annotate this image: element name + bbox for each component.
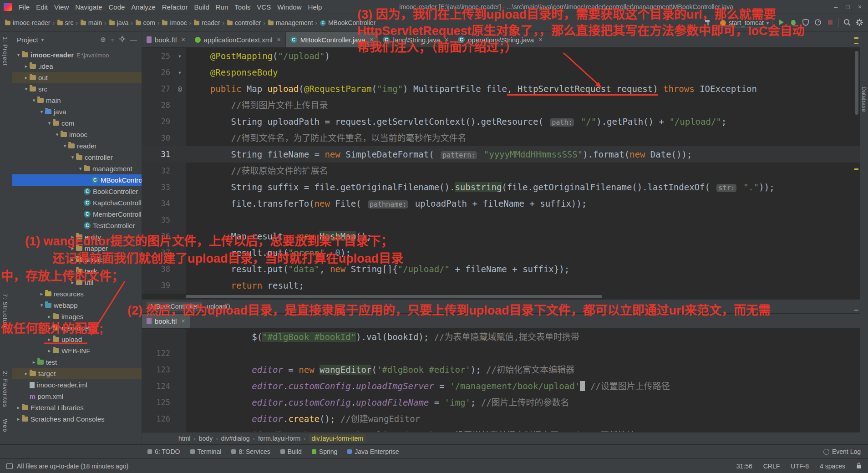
tab-applicationcontext-xml[interactable]: applicationContext.xml× bbox=[190, 32, 286, 47]
chevron-down-icon[interactable]: ▾ bbox=[46, 120, 53, 126]
tree-item-out[interactable]: ▸out bbox=[12, 72, 142, 83]
chevron-down-icon[interactable]: ▾ bbox=[30, 97, 37, 103]
scrollbar-thumb[interactable] bbox=[186, 295, 602, 298]
breadcrumb-item-reader[interactable]: reader bbox=[193, 19, 220, 26]
tab-operations-string-java[interactable]: Coperations\String.java× bbox=[453, 32, 547, 47]
code-line[interactable]: 35 bbox=[142, 212, 860, 228]
breadcrumb-item-main[interactable]: main bbox=[80, 19, 102, 26]
toolwindow-8-services-button[interactable]: 8: Services bbox=[227, 447, 274, 456]
tree-item-java[interactable]: ▾java bbox=[12, 106, 142, 117]
breadcrumb-item-imooc-reader[interactable]: imooc-reader bbox=[5, 19, 50, 26]
chevron-down-icon[interactable]: ▾ bbox=[38, 302, 45, 308]
menu-item-code[interactable]: Code bbox=[105, 2, 128, 12]
code-line[interactable]: 36 Map result = new HashMap(); bbox=[142, 228, 860, 244]
menu-item-vcs[interactable]: VCS bbox=[254, 2, 274, 12]
toolwindow-java-enterprise-button[interactable]: Java Enterprise bbox=[343, 447, 403, 456]
error-stripe-mark[interactable] bbox=[854, 43, 858, 44]
tree-item-mapper[interactable]: ▸mapper bbox=[12, 243, 142, 254]
code-line[interactable]: 27@ public Map upload(@RequestParam("img… bbox=[142, 81, 860, 97]
toolwindow-switcher-icon[interactable] bbox=[6, 463, 13, 469]
error-stripe-mark[interactable] bbox=[854, 37, 858, 39]
toolwindow-6-todo-button[interactable]: 6: TODO bbox=[143, 447, 184, 456]
chevron-right-icon[interactable]: ▸ bbox=[46, 325, 53, 331]
tree-item-task[interactable]: ▸task bbox=[12, 265, 142, 277]
code-line[interactable]: 33 String suffix = file.getOriginalFilen… bbox=[142, 179, 860, 195]
tab-lang-string-java[interactable]: Clang\String.java× bbox=[378, 32, 453, 47]
code-line[interactable]: 124 editor.customConfig.uploadImgServer … bbox=[142, 378, 860, 394]
chevron-right-icon[interactable]: ▸ bbox=[23, 63, 30, 69]
tree-item-service[interactable]: ▸service bbox=[12, 254, 142, 265]
status-utf-8[interactable]: UTF-8 bbox=[791, 463, 809, 470]
chevron-down-icon[interactable]: ▾ bbox=[54, 132, 61, 137]
tree-item-imooc-reader[interactable]: ▾imooc-readerE:\java\imoo bbox=[12, 49, 142, 61]
menu-item-help[interactable]: Help bbox=[305, 2, 325, 12]
tree-item-entity[interactable]: ▸entity bbox=[12, 231, 142, 243]
tree-item-target[interactable]: ▸target bbox=[12, 368, 142, 379]
menu-item-file[interactable]: File bbox=[15, 2, 33, 12]
chevron-right-icon[interactable]: ▸ bbox=[15, 416, 22, 422]
toolwindow-web-button[interactable]: Web bbox=[2, 419, 9, 432]
breadcrumb-item-imooc[interactable]: imooc bbox=[162, 19, 187, 26]
code-line[interactable]: 26▾ @ResponseBody bbox=[142, 64, 860, 81]
toolwindow-structure-button[interactable]: 7: Structure bbox=[2, 294, 9, 330]
collapse-all-icon[interactable]: ÷ bbox=[111, 36, 114, 44]
tree-item-webapp[interactable]: ▾webapp bbox=[12, 300, 142, 311]
error-stripe-mark[interactable] bbox=[854, 310, 858, 311]
chevron-down-icon[interactable]: ▾ bbox=[15, 52, 22, 58]
code-line[interactable]: 127 $("#dlgBook #entype").val("update");… bbox=[142, 427, 860, 432]
project-view-selector[interactable]: Project bbox=[17, 36, 38, 44]
dom-crumb-html[interactable]: html bbox=[178, 435, 190, 442]
profiler-button[interactable] bbox=[814, 18, 822, 28]
code-line[interactable]: 37 result.put("errno", 0); bbox=[142, 244, 860, 261]
code-line[interactable]: 122 bbox=[142, 345, 860, 361]
debug-button[interactable] bbox=[789, 18, 797, 28]
chevron-down-icon[interactable]: ▾ bbox=[38, 109, 45, 115]
chevron-down-icon[interactable]: ▾ bbox=[69, 154, 76, 160]
close-icon[interactable]: × bbox=[181, 317, 185, 325]
tree-item-imooc-reader-iml[interactable]: imooc-reader.iml bbox=[12, 379, 142, 391]
tree-item-web-inf[interactable]: ▸WEB-INF bbox=[12, 345, 142, 356]
breadcrumb-item-com[interactable]: com bbox=[135, 19, 155, 26]
code-line[interactable]: 125 editor.customConfig.uploadFileName =… bbox=[142, 394, 860, 411]
menu-item-navigate[interactable]: Navigate bbox=[72, 2, 105, 12]
toolwindow-terminal-button[interactable]: Terminal bbox=[186, 447, 226, 456]
menu-item-window[interactable]: Window bbox=[274, 2, 305, 12]
tree-item-resources[interactable]: ▸resources bbox=[12, 322, 142, 334]
chevron-right-icon[interactable]: ▸ bbox=[46, 336, 53, 342]
chevron-right-icon[interactable]: ▸ bbox=[69, 234, 76, 240]
tree-item-test[interactable]: ▸test bbox=[12, 356, 142, 368]
tree-item-com[interactable]: ▾com bbox=[12, 117, 142, 129]
tree-item-membercontroller[interactable]: CMemberController bbox=[12, 209, 142, 220]
tree-item-idea[interactable]: ▸.idea bbox=[12, 61, 142, 72]
search-everywhere-icon[interactable] bbox=[843, 18, 851, 28]
dom-crumb-div-dialog[interactable]: div#dialog bbox=[221, 435, 250, 442]
code-line[interactable]: 126 editor.create(); //创建wangEditor bbox=[142, 411, 860, 427]
chevron-down-icon[interactable]: ▾ bbox=[23, 86, 30, 92]
chevron-down-icon[interactable]: ▾ bbox=[41, 37, 44, 43]
vertical-scrollbar-thumb[interactable] bbox=[855, 51, 858, 115]
chevron-right-icon[interactable]: ▸ bbox=[46, 348, 53, 354]
code-line[interactable]: 123 editor = new wangEditor('#dlgBook #e… bbox=[142, 361, 860, 378]
toolwindow-right[interactable]: Event Log bbox=[821, 447, 863, 456]
settings-gear-icon[interactable] bbox=[855, 18, 863, 28]
tree-item-testcontroller[interactable]: CTestController bbox=[12, 220, 142, 231]
code-line[interactable]: 31 String fileName = new SimpleDateForma… bbox=[142, 146, 860, 163]
breadcrumb-item-mbookcontroller[interactable]: CMBookController bbox=[320, 19, 376, 26]
tree-item-main[interactable]: ▾main bbox=[12, 95, 142, 106]
toolwindow-favorites-button[interactable]: 2: Favorites bbox=[2, 371, 9, 407]
breadcrumb-item-java[interactable]: java bbox=[109, 19, 129, 26]
status-4-spaces[interactable]: 4 spaces bbox=[820, 463, 845, 470]
code-line[interactable]: 34 file.transferTo(new File( pathname: u… bbox=[142, 195, 860, 212]
menu-item-build[interactable]: Build bbox=[191, 2, 212, 12]
chevron-down-icon[interactable]: ▾ bbox=[77, 166, 84, 172]
tree-item-external-libraries[interactable]: ▸External Libraries bbox=[12, 402, 142, 413]
close-icon[interactable]: × bbox=[538, 36, 542, 43]
chevron-right-icon[interactable]: ▸ bbox=[69, 245, 76, 251]
close-icon[interactable]: × bbox=[370, 36, 373, 43]
chevron-right-icon[interactable]: ▸ bbox=[69, 280, 76, 285]
lock-icon[interactable] bbox=[856, 462, 862, 470]
breadcrumb-item-controller[interactable]: controller bbox=[227, 19, 261, 26]
close-button[interactable]: × bbox=[858, 3, 862, 10]
tree-item-util[interactable]: ▸util bbox=[12, 277, 142, 288]
minimize-button[interactable]: – bbox=[834, 3, 838, 10]
